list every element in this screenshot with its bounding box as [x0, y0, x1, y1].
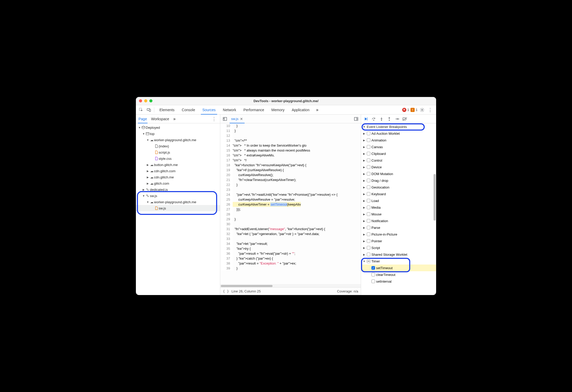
tab-performance[interactable]: Performance [240, 105, 268, 115]
bp-cat-media[interactable]: ▶Media [361, 204, 436, 211]
svg-point-19 [389, 120, 390, 120]
errors-badge[interactable]: ✕1 [402, 108, 409, 112]
cursor-position: Line 26, Column 25 [231, 289, 261, 293]
bp-cat-drag-drop[interactable]: ▶Drag / drop [361, 177, 436, 184]
bp-cat-picture-in-picture[interactable]: ▶Picture-in-Picture [361, 231, 436, 238]
settings-icon[interactable] [419, 107, 425, 113]
svg-rect-4 [146, 132, 149, 135]
bp-cat-animation[interactable]: ▶Animation [361, 137, 436, 144]
code-editor[interactable]: 10 }11 }1213 "cm">/**14"cm"> * In order … [220, 123, 361, 284]
inspect-element-icon[interactable] [137, 106, 145, 114]
event-listener-bp-header[interactable]: ▼Event Listener Breakpoints [361, 123, 436, 130]
bp-cat-dom-mutation[interactable]: ▶DOM Mutation [361, 170, 436, 177]
bp-cat-control[interactable]: ▶Control [361, 157, 436, 164]
tab-console[interactable]: Console [178, 105, 199, 115]
navigator-kebab[interactable]: ⋮ [211, 116, 217, 122]
svg-point-3 [422, 109, 423, 110]
bp-cat-notification[interactable]: ▶Notification [361, 217, 436, 224]
divider [154, 107, 154, 112]
window-title: DevTools - worker-playground.glitch.me/ [136, 99, 436, 103]
tree-button[interactable]: ▶☁button.glitch.me [136, 162, 220, 168]
editor-statusbar: { } Line 26, Column 25 Coverage: n/a [220, 287, 361, 295]
bp-cat-timer[interactable]: ▼Timer [361, 258, 436, 265]
bp-cat-device[interactable]: ▶Device [361, 164, 436, 170]
svg-point-18 [381, 120, 382, 120]
zoom-window-button[interactable] [149, 99, 152, 102]
file-tabs: sw.js✕ [220, 115, 361, 123]
main-toolbar: ElementsConsoleSourcesNetworkPerformance… [136, 105, 436, 115]
traffic-lights [139, 99, 152, 102]
tree-glitch[interactable]: ▶☁glitch.com [136, 180, 220, 186]
navigator-toggle-icon[interactable] [222, 116, 228, 122]
svg-point-17 [373, 120, 374, 120]
deactivate-bp-icon[interactable] [402, 116, 408, 122]
breakpoint-categories: ▶Ad Auction Worklet▶Animation▶Canvas▶Cli… [361, 130, 436, 295]
tree-dedicated[interactable]: ▶dedicated.js [136, 186, 220, 193]
tree-swroot[interactable]: ▼sw.js [136, 193, 220, 199]
svg-line-11 [147, 195, 148, 196]
debugger-toggle-icon[interactable] [353, 116, 359, 122]
navigator-more[interactable]: » [173, 117, 175, 121]
tree-deployed[interactable]: ▼Deployed [136, 124, 220, 131]
file-tab-swjs[interactable]: sw.js✕ [230, 115, 245, 123]
tree-swjs[interactable]: sw.js [136, 205, 220, 211]
tree-cdnme[interactable]: ▶☁cdn.glitch.me [136, 174, 220, 180]
close-tab-icon[interactable]: ✕ [240, 117, 243, 121]
navigator-tabs: Page Workspace » ⋮ [136, 115, 220, 123]
v-scrollbar[interactable] [434, 174, 436, 221]
tree-script[interactable]: script.js [136, 149, 220, 155]
coverage-status: Coverage: n/a [337, 289, 358, 293]
debugger-panel: ▼Event Listener Breakpoints ▶Ad Auction … [361, 115, 436, 295]
bp-cat-clipboard[interactable]: ▶Clipboard [361, 150, 436, 157]
bp-cat-pointer[interactable]: ▶Pointer [361, 238, 436, 244]
tree-style[interactable]: style.css [136, 155, 220, 162]
kebab-menu[interactable]: ⋮ [427, 107, 434, 113]
bp-cat-ad-auction-worklet[interactable]: ▶Ad Auction Worklet [361, 130, 436, 137]
workspace-tab[interactable]: Workspace [151, 115, 169, 123]
step-over-icon[interactable] [371, 116, 377, 122]
bp-cat-mouse[interactable]: ▶Mouse [361, 211, 436, 217]
bp-event-cleartimeout[interactable]: clearTimeout [361, 271, 436, 278]
tabs-more[interactable]: » [314, 108, 321, 112]
tree-index[interactable]: (index) [136, 143, 220, 149]
svg-point-20 [398, 118, 399, 119]
svg-line-8 [147, 189, 148, 190]
resume-icon[interactable] [363, 116, 369, 122]
bp-cat-canvas[interactable]: ▶Canvas [361, 144, 436, 150]
step-icon[interactable] [394, 116, 400, 122]
devtools-window: DevTools - worker-playground.glitch.me/ … [136, 97, 436, 295]
warnings-badge[interactable]: !1 [410, 108, 417, 112]
bp-cat-shared-storage-worklet[interactable]: ▶Shared Storage Worklet [361, 251, 436, 258]
tab-elements[interactable]: Elements [156, 105, 178, 115]
tab-application[interactable]: Application [288, 105, 313, 115]
h-scrollbar[interactable] [220, 284, 361, 287]
tab-network[interactable]: Network [219, 105, 240, 115]
h-scrollbar-thumb[interactable] [221, 285, 273, 287]
close-window-button[interactable] [139, 99, 142, 102]
bp-cat-parse[interactable]: ▶Parse [361, 224, 436, 231]
bp-event-setinterval[interactable]: setInterval [361, 278, 436, 285]
page-tab[interactable]: Page [138, 115, 147, 123]
step-out-icon[interactable] [386, 116, 392, 122]
pretty-print-icon[interactable]: { } [223, 289, 229, 293]
bp-cat-load[interactable]: ▶Load [361, 197, 436, 204]
titlebar: DevTools - worker-playground.glitch.me/ [136, 97, 436, 105]
tree-cdncom[interactable]: ▶☁cdn.glitch.com [136, 168, 220, 174]
bp-cat-geolocation[interactable]: ▶Geolocation [361, 184, 436, 191]
step-into-icon[interactable] [379, 116, 384, 122]
tab-sources[interactable]: Sources [199, 105, 219, 115]
tree-wpg2[interactable]: ▼☁worker-playground.glitch.me [136, 199, 220, 205]
tab-memory[interactable]: Memory [268, 105, 288, 115]
minimize-window-button[interactable] [144, 99, 147, 102]
bp-cat-script[interactable]: ▶Script [361, 244, 436, 251]
svg-rect-2 [149, 109, 151, 111]
file-tree: ▼Deployed ▼top ▼☁worker-playground.glitc… [136, 123, 220, 212]
navigator-panel: Page Workspace » ⋮ ▼Deployed ▼top ▼☁work… [136, 115, 220, 295]
bp-cat-keyboard[interactable]: ▶Keyboard [361, 191, 436, 197]
panels: Page Workspace » ⋮ ▼Deployed ▼top ▼☁work… [136, 115, 436, 295]
tree-top[interactable]: ▼top [136, 131, 220, 137]
editor-panel: sw.js✕ 10 }11 }1213 "cm">/**14"cm"> * In… [220, 115, 361, 295]
bp-event-settimeout[interactable]: ✓setTimeout [361, 265, 436, 271]
tree-wpg[interactable]: ▼☁worker-playground.glitch.me [136, 137, 220, 143]
device-toolbar-icon[interactable] [145, 106, 152, 114]
